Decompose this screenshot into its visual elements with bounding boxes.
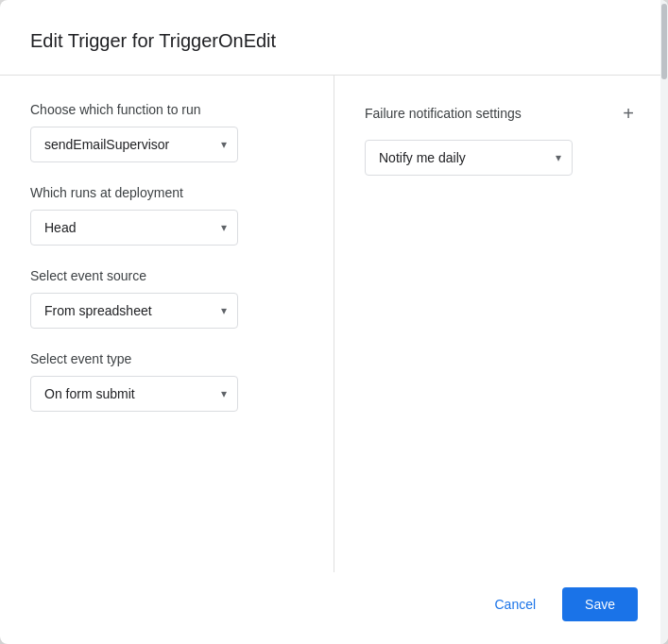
function-field-group: Choose which function to run sendEmailSu…: [30, 102, 303, 162]
dialog-body: Choose which function to run sendEmailSu…: [0, 75, 668, 572]
dialog: Edit Trigger for TriggerOnEdit Choose wh…: [0, 0, 668, 644]
event-source-select[interactable]: From spreadsheet: [30, 293, 238, 329]
event-type-select[interactable]: On form submit: [30, 376, 238, 412]
event-source-select-wrapper: From spreadsheet ▾: [30, 293, 238, 329]
notify-select[interactable]: Notify me daily: [365, 140, 573, 176]
failure-notification-header: Failure notification settings +: [365, 102, 638, 125]
function-select[interactable]: sendEmailSupervisor: [30, 127, 238, 162]
deployment-label: Which runs at deployment: [30, 185, 303, 200]
deployment-select[interactable]: Head: [30, 210, 238, 246]
left-panel: Choose which function to run sendEmailSu…: [0, 76, 334, 572]
function-label: Choose which function to run: [30, 102, 303, 117]
save-button[interactable]: Save: [562, 587, 638, 621]
dialog-footer: Cancel Save: [0, 572, 668, 644]
add-notification-button[interactable]: +: [619, 102, 638, 125]
scrollbar[interactable]: [660, 0, 668, 644]
right-panel: Failure notification settings + Notify m…: [334, 76, 668, 572]
event-source-label: Select event source: [30, 268, 303, 283]
function-select-wrapper: sendEmailSupervisor ▾: [30, 127, 238, 162]
deployment-select-wrapper: Head ▾: [30, 210, 238, 246]
notify-select-wrapper: Notify me daily ▾: [365, 140, 573, 176]
event-type-field-group: Select event type On form submit ▾: [30, 351, 303, 412]
cancel-button[interactable]: Cancel: [479, 587, 551, 621]
event-type-label: Select event type: [30, 351, 303, 366]
failure-notification-label: Failure notification settings: [365, 106, 522, 121]
scrollbar-thumb: [661, 4, 667, 79]
dialog-title: Edit Trigger for TriggerOnEdit: [0, 0, 668, 75]
event-source-field-group: Select event source From spreadsheet ▾: [30, 268, 303, 329]
event-type-select-wrapper: On form submit ▾: [30, 376, 238, 412]
deployment-field-group: Which runs at deployment Head ▾: [30, 185, 303, 246]
